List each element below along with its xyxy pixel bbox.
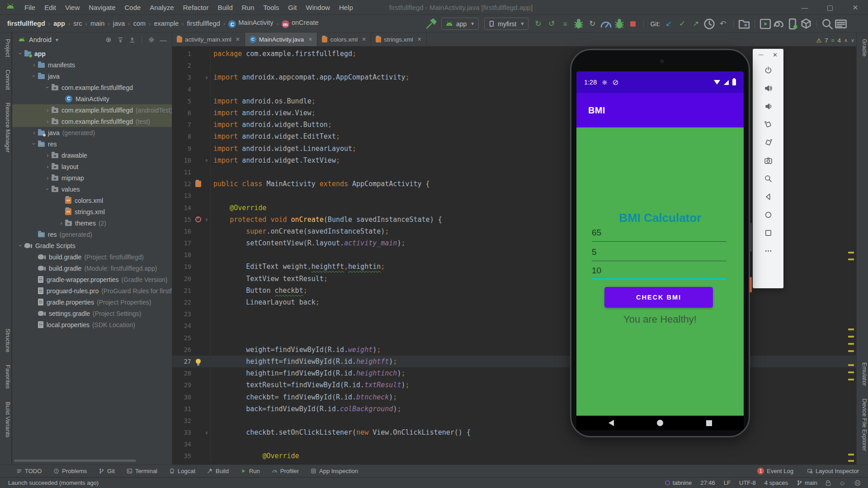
tab-strings-xml[interactable]: strings.xml✕ xyxy=(371,33,427,46)
tab-mainactivity-java[interactable]: CMainActivity.java✕ xyxy=(245,33,318,46)
menu-help[interactable]: Help xyxy=(335,4,358,11)
sdk-manager-icon[interactable] xyxy=(772,18,786,30)
tree-item-values[interactable]: ›values xyxy=(12,183,172,195)
tree-item-com-example-firstfullflegd-test[interactable]: ›com.example.firstfullflegd(test) xyxy=(12,116,172,127)
fold-marker[interactable]: ∨ xyxy=(203,217,210,222)
tool-button-device-file-explorer[interactable]: Device File Explorer xyxy=(857,399,868,451)
project-structure-icon[interactable] xyxy=(737,18,751,30)
tool-window-event-log[interactable]: 1Event Log xyxy=(757,468,793,474)
emulator-minimize-icon[interactable]: — xyxy=(759,52,764,58)
xml-gutter-icon[interactable] xyxy=(193,181,203,187)
status-lf[interactable]: LF xyxy=(724,479,731,486)
tree-item-gradle-scripts[interactable]: ›Gradle Scripts xyxy=(12,240,172,251)
tree-item-mainactivity[interactable]: CMainActivity xyxy=(12,93,172,104)
profile-app-icon[interactable] xyxy=(613,18,626,30)
rerun-icon[interactable]: ↻ xyxy=(531,18,545,30)
tool-window-app-inspection[interactable]: App Inspection xyxy=(311,468,358,474)
close-button[interactable]: ✕ xyxy=(843,0,868,15)
status-smile-icon[interactable]: ☺ xyxy=(839,479,845,487)
menu-file[interactable]: File xyxy=(20,4,40,11)
search-everywhere-icon[interactable] xyxy=(821,18,834,30)
breadcrumb-firstfullflegd[interactable]: firstfullflegd xyxy=(186,20,221,27)
tree-chevron-icon[interactable]: › xyxy=(44,174,52,181)
status-27-46[interactable]: 27:46 xyxy=(700,479,715,486)
menu-code[interactable]: Code xyxy=(120,4,145,11)
tool-button-structure[interactable]: Structure xyxy=(0,328,11,352)
tree-chevron-icon[interactable]: › xyxy=(17,242,24,249)
weight-input[interactable]: 65 xyxy=(592,228,726,242)
attach-debugger-icon[interactable]: ↻ xyxy=(585,18,599,30)
menu-edit[interactable]: Edit xyxy=(40,4,61,11)
height-ft-input[interactable]: 5 xyxy=(592,247,726,261)
menu-build[interactable]: Build xyxy=(213,4,237,11)
breadcrumb-oncreate[interactable]: monCreate xyxy=(281,19,320,28)
tool-window-layout-inspector[interactable]: Layout Inspector xyxy=(807,468,859,474)
bulb-gutter-icon[interactable] xyxy=(193,359,203,364)
tree-item-gradle-properties-project-properties[interactable]: gradle.properties(Project Properties) xyxy=(12,296,172,308)
tree-chevron-icon[interactable]: › xyxy=(44,84,51,91)
emulator-home-icon[interactable] xyxy=(760,206,776,224)
breadcrumb-com[interactable]: com xyxy=(132,20,146,27)
status-tabnine[interactable]: tabnine xyxy=(665,479,692,486)
tab-activity-main-xml[interactable]: activity_main.xml✕ xyxy=(172,33,245,46)
expand-all-icon[interactable] xyxy=(114,34,126,45)
resource-manager-icon[interactable] xyxy=(799,18,813,30)
tool-window-build[interactable]: Build xyxy=(207,468,229,474)
debug-icon[interactable] xyxy=(572,18,585,30)
tree-item-strings-xml[interactable]: <>strings.xml xyxy=(12,206,172,217)
apply-changes-icon[interactable]: ↺ xyxy=(545,18,558,30)
emulator-power-icon[interactable] xyxy=(760,61,776,79)
layout-validation-icon[interactable] xyxy=(834,18,848,30)
git-history-icon[interactable] xyxy=(703,18,716,30)
prev-problem-icon[interactable]: ∧ xyxy=(844,38,848,43)
fold-marker[interactable]: ∧ xyxy=(203,158,210,163)
typo-count[interactable]: 4 xyxy=(838,37,841,44)
tool-button-gradle[interactable]: Gradle xyxy=(857,39,868,56)
git-rollback-icon[interactable]: ↶ xyxy=(716,18,730,30)
status-4-spaces[interactable]: 4 spaces xyxy=(764,479,788,486)
tool-button-project[interactable]: Project xyxy=(0,39,11,57)
emulator-rotate-right-icon[interactable] xyxy=(760,133,776,151)
emulator-more-icon[interactable] xyxy=(760,242,776,260)
close-tab-icon[interactable]: ✕ xyxy=(308,36,312,42)
tool-window-logcat[interactable]: Logcat xyxy=(169,468,195,474)
collapse-all-icon[interactable] xyxy=(126,34,138,45)
locate-file-icon[interactable]: ⊕ xyxy=(103,34,114,45)
tree-chevron-icon[interactable]: › xyxy=(44,152,52,159)
emulator-volume-up-icon[interactable] xyxy=(760,79,776,97)
tool-window-terminal[interactable]: Terminal xyxy=(127,468,157,474)
stop-icon[interactable] xyxy=(626,18,640,30)
emulator-close-icon[interactable]: ✕ xyxy=(773,52,778,58)
close-tab-icon[interactable]: ✕ xyxy=(362,36,366,42)
tree-item-build-gradle-module-firstfullflegd-app[interactable]: build.gradle(Module: firstfullflegd.app) xyxy=(12,263,172,274)
check-bmi-button[interactable]: CHECK BMI xyxy=(604,287,713,308)
hide-panel-icon[interactable]: — xyxy=(157,34,169,45)
tree-chevron-icon[interactable]: › xyxy=(31,72,38,80)
git-commit-icon[interactable]: ✓ xyxy=(675,18,689,30)
emulator-camera-icon[interactable] xyxy=(760,151,776,169)
tree-item-manifests[interactable]: ›manifests xyxy=(12,59,172,70)
tool-button-build-variants[interactable]: Build Variants xyxy=(0,402,11,437)
device-selector[interactable]: myfirst▼ xyxy=(484,18,528,30)
status-lock-icon[interactable] xyxy=(826,480,830,486)
breadcrumb-example[interactable]: example xyxy=(153,20,179,27)
tool-window-todo[interactable]: TODO xyxy=(16,468,42,474)
android-overview-button[interactable] xyxy=(706,420,712,426)
git-push-icon[interactable]: ↗ xyxy=(689,18,703,30)
device-manager-icon[interactable] xyxy=(786,18,799,30)
breadcrumb-src[interactable]: src xyxy=(72,20,83,27)
tree-item-colors-xml[interactable]: <>colors.xml xyxy=(12,195,172,206)
tree-item-res-generated[interactable]: res(generated) xyxy=(12,229,172,240)
menu-navigate[interactable]: Navigate xyxy=(84,4,120,11)
tree-item-gradle-wrapper-properties-gradle-version[interactable]: gradle-wrapper.properties(Gradle Version… xyxy=(12,274,172,285)
git-update-icon[interactable]: ↙ xyxy=(662,18,675,30)
close-tab-icon[interactable]: ✕ xyxy=(236,36,240,42)
tree-chevron-icon[interactable]: › xyxy=(44,118,52,125)
tree-chevron-icon[interactable]: › xyxy=(31,140,38,148)
breadcrumb-app[interactable]: app xyxy=(52,20,66,27)
avd-manager-icon[interactable] xyxy=(759,18,772,30)
tree-item-com-example-firstfullflegd-androidtest[interactable]: ›com.example.firstfullflegd(androidTest) xyxy=(12,104,172,116)
tree-item-res[interactable]: ›res xyxy=(12,138,172,150)
tree-item-drawable[interactable]: ›drawable xyxy=(12,150,172,161)
menu-analyze[interactable]: Analyze xyxy=(145,4,178,11)
